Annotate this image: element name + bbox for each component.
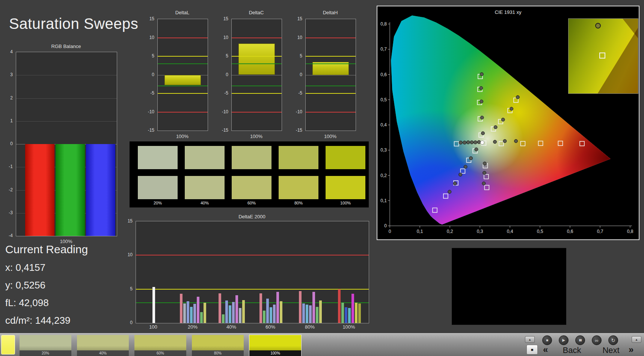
play-icon: ▶: [562, 338, 565, 342]
stop-button[interactable]: ■: [542, 335, 552, 345]
ref-line: [306, 112, 356, 113]
cie-measured-circle: [477, 140, 481, 144]
tab-color-swatch: [192, 335, 244, 350]
deltae-bar: [263, 311, 265, 323]
cie-x-tick: 0,7: [597, 229, 603, 234]
deltac-x-label: 100%: [231, 134, 281, 139]
back-arrow-button[interactable]: «: [543, 344, 548, 355]
cie-measured-circle: [459, 141, 462, 144]
y-tick-label: 10: [297, 35, 302, 40]
rgb-bar-blue: [86, 144, 115, 236]
cie-x-tick: 0,1: [417, 229, 423, 234]
cie-measured-circle: [483, 171, 486, 174]
cie-measured-circle: [459, 173, 462, 176]
cie-measured-circle: [501, 118, 505, 121]
cie-y-tick: 0,6: [380, 72, 387, 77]
reading-cdm2: cd/m²: 144,239: [5, 315, 129, 326]
next-button[interactable]: Next: [597, 345, 625, 355]
gridline: [16, 98, 117, 99]
scroll-up-button[interactable]: ▲: [525, 336, 535, 343]
rgb-bar-green: [56, 144, 85, 236]
y-tick-label: 5: [226, 53, 228, 59]
deltae-bar: [312, 292, 315, 323]
deltac-chart: DeltaC 151050-5-10-15 100%: [219, 8, 286, 140]
swatch-col-label: 60%: [232, 201, 271, 205]
ref-line: [136, 289, 369, 290]
cie-measured-circle: [480, 100, 483, 103]
deltah-title: DeltaH: [305, 10, 355, 15]
cie-measured-circle: [503, 140, 507, 143]
tab-color-swatch: [20, 335, 71, 350]
ref-line: [158, 63, 208, 64]
delta-bar: [164, 75, 201, 85]
refresh-button[interactable]: ↻: [608, 335, 618, 345]
swatch-col-label: 40%: [185, 201, 225, 205]
swatch-col-label: 80%: [279, 201, 318, 205]
cie-measured-circle: [482, 182, 486, 185]
taskbar-tab-100[interactable]: 100%: [249, 335, 301, 356]
cie-y-tick: 0,5: [380, 97, 387, 102]
cie-measured-circle: [463, 141, 466, 144]
deltah-x-label: 100%: [305, 134, 355, 139]
pause-button[interactable]: ▮▮: [575, 335, 585, 345]
swatch-cell: [279, 146, 318, 169]
cie-y-tick: 0,4: [380, 122, 387, 128]
y-tick-label: 15: [223, 16, 228, 21]
deltal-x-label: 100%: [157, 134, 207, 139]
deltac-y-axis: 151050-5-10-15: [219, 19, 230, 130]
y-tick-label: 10: [223, 35, 228, 40]
deltae-bar: [316, 307, 318, 323]
y-tick-label: -10: [148, 109, 154, 114]
inset-target-point: [599, 53, 605, 59]
deltae-bar: [197, 297, 199, 323]
scroll-up-right-button[interactable]: ▲: [632, 336, 641, 343]
swatch-cell: [326, 146, 365, 169]
back-button[interactable]: Back: [558, 345, 586, 355]
y-tick-label: 3: [10, 72, 13, 77]
cie-measured-circle: [464, 165, 467, 168]
y-tick-label: 15: [128, 218, 133, 224]
cie-measured-circle: [510, 107, 513, 110]
cie-measured-circle: [483, 162, 486, 165]
scroll-up-right-icon: ▲: [635, 338, 638, 341]
loop-button[interactable]: ∞: [592, 335, 602, 345]
y-tick-label: 10: [149, 35, 154, 40]
ref-line: [158, 38, 208, 38]
ref-line: [158, 86, 208, 86]
deltae-bar: [345, 307, 347, 323]
taskbar-tab-20[interactable]: 20%: [20, 335, 71, 356]
taskbar-tab-40[interactable]: 40%: [77, 335, 129, 356]
cie-title: CIE 1931 xy: [377, 9, 639, 15]
deltae-bar: [348, 308, 351, 323]
y-tick-label: 5: [300, 53, 302, 59]
x-tick-label: 40%: [220, 324, 243, 330]
deltae-bar: [319, 300, 322, 323]
taskbar-tab-80[interactable]: 80%: [192, 335, 244, 356]
play-button[interactable]: ▶: [559, 335, 569, 345]
y-tick-label: -15: [148, 128, 154, 133]
taskbar-tab-60[interactable]: 60%: [134, 335, 186, 356]
x-tick-label: 100%: [338, 324, 360, 330]
cie-measured-circle: [466, 141, 470, 144]
ref-line: [306, 93, 356, 94]
gridline: [16, 75, 117, 75]
swatch-cell: [279, 176, 318, 199]
deltah-y-axis: 151050-5-10-15: [293, 19, 304, 130]
deltae-bar: [338, 289, 341, 323]
pattern-color-button[interactable]: [1, 335, 15, 354]
tab-label: 40%: [77, 350, 129, 356]
pattern-window-icon: ■: [531, 347, 534, 352]
next-arrow-button[interactable]: »: [629, 344, 633, 355]
pattern-window-button[interactable]: ■: [526, 345, 538, 354]
deltal-chart: DeltaL 151050-5-10-15 100%: [145, 8, 212, 140]
deltae-bar: [229, 305, 231, 323]
cie-measured-circle: [480, 116, 484, 119]
tab-label: 100%: [249, 350, 301, 356]
cie-y-tick: 0,8: [380, 21, 387, 27]
y-tick-label: 0: [10, 141, 13, 146]
ref-line: [158, 112, 208, 113]
deltae-bar: [225, 300, 228, 323]
video-preview-window: [452, 248, 566, 325]
swatch-cell: [138, 146, 178, 169]
deltae-bar: [299, 291, 302, 323]
